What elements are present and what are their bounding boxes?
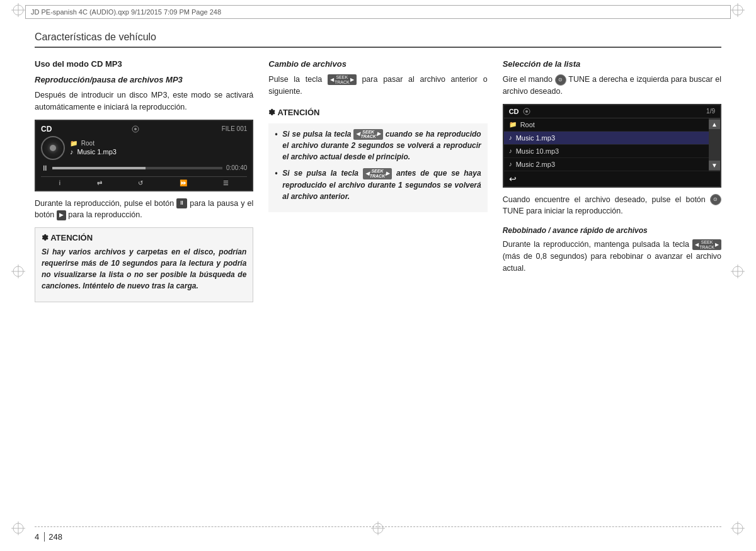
- col3-subtitle2: Rebobinado / avance rápido de archivos: [503, 226, 721, 235]
- cd-track: ♪ Music 1.mp3: [70, 148, 247, 156]
- tune-button-inline: ⊙: [555, 74, 566, 86]
- reg-mark-mid-left: [11, 264, 25, 278]
- col1-attention-box: ✽ ATENCIÓN Si hay varios archivos y carp…: [35, 227, 253, 302]
- reg-mark-top-right: [731, 3, 745, 17]
- scan-btn[interactable]: ⏩: [180, 179, 187, 186]
- progress-bar: [52, 167, 222, 169]
- progress-fill: [52, 167, 146, 169]
- pause-icon: ⏸: [41, 164, 49, 173]
- cd-list-back-row: ↩: [504, 171, 720, 186]
- seek-btn-bullet2: ◀ SEEK TRACK ▶: [363, 168, 392, 179]
- footer-left: 4 248: [35, 532, 62, 542]
- cd-screen: CD FILE 001 📁 Root: [35, 120, 253, 191]
- cd-info: 📁 Root ♪ Music 1.mp3: [70, 140, 247, 156]
- cd-indicator-icon: [132, 125, 139, 133]
- cd-list-item-name: Root: [520, 121, 535, 128]
- music-icon-2: ♪: [509, 161, 512, 168]
- info-btn[interactable]: i: [59, 179, 60, 186]
- col3-para2: Cuando encuentre el archivo deseado, pul…: [503, 194, 721, 218]
- footer-section-num: 4: [35, 532, 45, 542]
- pause-button: ⏸: [176, 198, 187, 208]
- col2-attention-box: Si se pulsa la tecla ◀ SEEK TRACK ▶ cuan…: [268, 123, 487, 212]
- file-num: FILE 001: [222, 125, 248, 132]
- col2-title: Cambio de archivos: [268, 59, 487, 69]
- col1-attention-title: ✽ ATENCIÓN: [42, 233, 246, 242]
- repeat-btn[interactable]: ↺: [138, 179, 143, 186]
- col2-attention-title: ✽ ATENCIÓN: [268, 108, 487, 117]
- cd-list-item-music10[interactable]: ♪ Music 10.mp3: [504, 145, 720, 158]
- cd-list-item-name-10: Music 10.mp3: [516, 147, 559, 155]
- cd-time: 0:00:40: [226, 164, 247, 171]
- col1-para1: Después de introducir un disco MP3, este…: [35, 89, 253, 113]
- reg-mark-mid-right: [731, 264, 745, 278]
- seek-btn-bullet1: ◀ SEEK TRACK ▶: [353, 129, 383, 140]
- footer-page-num: 248: [49, 532, 62, 542]
- shuffle-btn[interactable]: ⇄: [97, 179, 102, 186]
- cd-list-item-root: 📁 Root: [504, 118, 720, 132]
- print-header: JD PE-spanish 4C (AUDIO).qxp 9/11/2015 7…: [25, 5, 731, 19]
- list-btn[interactable]: ☰: [223, 179, 229, 186]
- tune-button-inline-2: ⊙: [710, 194, 721, 205]
- col2-bullet-list: Si se pulsa la tecla ◀ SEEK TRACK ▶ cuan…: [275, 128, 481, 202]
- play-button: ▶: [57, 210, 66, 220]
- col2-para1: Pulse la tecla ◀ SEEK TRACK ▶ para pasar…: [268, 74, 487, 98]
- col3-title: Selección de la lista: [503, 59, 721, 69]
- cd-list-screen: CD 1/9 📁 Root ♪ Music 1.mp3: [503, 104, 721, 188]
- reg-mark-bot-left: [11, 521, 25, 535]
- column-3: Selección de la lista Gire el mando ⊙ TU…: [503, 59, 721, 309]
- columns-container: Uso del modo CD MP3 Reproducción/pausa d…: [35, 59, 721, 309]
- page-content: Características de vehículo Uso del modo…: [35, 31, 721, 516]
- cd-folder: 📁 Root: [70, 140, 247, 147]
- footer: 4 248: [35, 526, 721, 542]
- svg-point-22: [134, 128, 137, 130]
- cd-bottom-controls: i ⇄ ↺ ⏩ ☰: [41, 176, 247, 186]
- svg-point-24: [525, 110, 528, 113]
- scroll-up-arrow[interactable]: ▲: [709, 120, 720, 129]
- music-icon-1: ♪: [509, 134, 512, 141]
- cd-list-indicator: [523, 108, 530, 115]
- back-icon[interactable]: ↩: [509, 174, 517, 184]
- print-info: JD PE-spanish 4C (AUDIO).qxp 9/11/2015 7…: [31, 8, 221, 16]
- folder-icon: 📁: [509, 121, 517, 128]
- cd-disc-inner: [50, 145, 56, 151]
- col1-attention-text: Si hay varios archivos y carpetas en el …: [42, 246, 246, 292]
- scroll-down-arrow[interactable]: ▼: [709, 161, 720, 170]
- seek-btn-col3: ◀ SEEK TRACK ▶: [692, 239, 721, 250]
- cd-list-label: CD: [509, 108, 519, 115]
- cd-label: CD: [41, 125, 52, 133]
- column-1: Uso del modo CD MP3 Reproducción/pausa d…: [35, 59, 253, 309]
- reg-mark-top-left: [11, 3, 25, 17]
- cd-list-top: CD 1/9: [504, 105, 720, 118]
- col3-para3: Durante la reproducción, mantenga pulsad…: [503, 239, 721, 274]
- cd-list-wrapper: 📁 Root ♪ Music 1.mp3 ♪ Music 10.mp3 ♪: [504, 118, 720, 171]
- cd-list-item-name-2: Music 2.mp3: [516, 161, 555, 168]
- cd-list-item-music2[interactable]: ♪ Music 2.mp3: [504, 158, 720, 171]
- col2-bullet1: Si se pulsa la tecla ◀ SEEK TRACK ▶ cuan…: [275, 128, 481, 163]
- col1-para2: Durante la reproducción, pulse el botón …: [35, 198, 253, 222]
- reg-mark-bot-right: [731, 521, 745, 535]
- col1-main-title: Uso del modo CD MP3: [35, 59, 253, 69]
- col2-bullet2: Si se pulsa la tecla ◀ SEEK TRACK ▶ ante…: [275, 168, 481, 202]
- cd-list-items: 📁 Root ♪ Music 1.mp3 ♪ Music 10.mp3 ♪: [504, 118, 720, 171]
- col3-para1: Gire el mando ⊙ TUNE a derecha e izquier…: [503, 74, 721, 98]
- column-2: Cambio de archivos Pulse la tecla ◀ SEEK…: [268, 59, 487, 309]
- col2-attention-section: ✽ ATENCIÓN Si se pulsa la tecla ◀ SEEK T…: [268, 108, 487, 212]
- cd-disc: [41, 136, 65, 160]
- music-icon-10: ♪: [509, 147, 512, 154]
- cd-list-page: 1/9: [706, 108, 715, 115]
- seek-track-button-inline: ◀ SEEK TRACK ▶: [328, 74, 357, 85]
- cd-progress-area: ⏸ 0:00:40: [41, 164, 247, 173]
- cd-list-item-music1[interactable]: ♪ Music 1.mp3: [504, 132, 720, 145]
- cd-list-scrollbar: ▲ ▼: [709, 118, 720, 171]
- section-title: Características de vehículo: [35, 31, 721, 48]
- col1-subtitle1: Reproducción/pausa de archivos MP3: [35, 75, 253, 84]
- cd-list-item-name-1: Music 1.mp3: [516, 134, 555, 142]
